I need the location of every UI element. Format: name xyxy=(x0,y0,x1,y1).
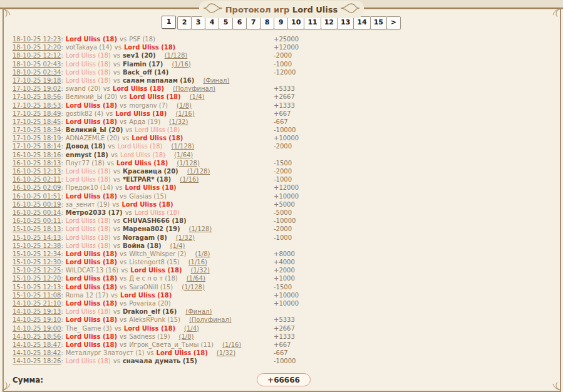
game-datetime-link[interactable]: 16-10-25 12:13 xyxy=(13,168,61,175)
game-datetime-link[interactable]: 17-10-25 18:53 xyxy=(13,102,61,109)
table-row: 18-10-25 02:43:Lord Uliss (18)vsFlamin (… xyxy=(13,60,551,68)
stage-link[interactable]: (1/64) xyxy=(187,275,205,282)
game-datetime-link[interactable]: 14-10-25 18:56 xyxy=(13,333,61,340)
game-datetime-link[interactable]: 15-10-25 12:20 xyxy=(13,275,61,282)
game-datetime-link[interactable]: 14-10-25 21:10 xyxy=(13,300,61,307)
pagination-page-15[interactable]: 15 xyxy=(370,16,387,29)
game-datetime-link[interactable]: 17-10-25 18:19 xyxy=(13,135,61,142)
stage-link[interactable]: (1/16) xyxy=(172,61,190,68)
game-datetime-link[interactable]: 16-10-25 18:16 xyxy=(13,152,61,158)
pagination-page-5[interactable]: 5 xyxy=(219,16,233,29)
stage-link[interactable]: (Финал) xyxy=(185,308,212,315)
game-datetime-link[interactable]: 18-10-25 02:43 xyxy=(13,61,61,68)
stage-link[interactable]: (1/4) xyxy=(184,325,199,332)
stage-link[interactable]: (1/4) xyxy=(170,242,185,249)
game-datetime-link[interactable]: 16-10-25 02:09 xyxy=(13,184,61,191)
game-datetime-link[interactable]: 14-10-25 18:26 xyxy=(13,358,61,364)
pagination-page-13[interactable]: 13 xyxy=(337,16,354,29)
stage-link[interactable]: (1/8) xyxy=(195,250,210,257)
player1-name: Lord Uliss (18) xyxy=(66,77,111,84)
pagination-page-3[interactable]: 3 xyxy=(191,16,205,29)
stage-link[interactable]: (1/32) xyxy=(217,349,235,356)
game-entry: 17-10-25 18:56:Великий_Ы (20)vsLord Ulis… xyxy=(13,93,274,101)
game-datetime-link[interactable]: 17-10-25 19:18 xyxy=(13,77,61,84)
game-datetime-link[interactable]: 17-10-25 19:02 xyxy=(13,85,61,92)
game-datetime-link[interactable]: 16-10-25 00:11 xyxy=(13,217,61,224)
game-datetime-link[interactable]: 15-10-25 12:30 xyxy=(13,259,61,266)
game-datetime-link[interactable]: 18-10-25 12:20 xyxy=(13,44,61,51)
game-datetime-link[interactable]: 15-10-25 12:13 xyxy=(13,284,61,291)
game-datetime-link[interactable]: 16-10-25 00:14 xyxy=(13,209,61,216)
stage-link[interactable]: (1/32) xyxy=(169,118,188,125)
game-datetime-link[interactable]: 17-10-25 18:34 xyxy=(13,126,61,133)
stage-link[interactable]: (1/16) xyxy=(189,259,207,266)
game-datetime-link[interactable]: 15-10-25 11:08 xyxy=(13,292,61,299)
pagination-page-14[interactable]: 14 xyxy=(353,16,370,29)
stage-link[interactable]: (1/32) xyxy=(176,234,195,241)
player2-name: Witch_Whisper (2) xyxy=(129,250,186,257)
sum-total-badge[interactable]: +66666 xyxy=(257,373,311,386)
stage-link[interactable]: (Полуфинал) xyxy=(189,316,232,323)
stage-link[interactable]: (1/64) xyxy=(174,152,193,158)
pagination-page-12[interactable]: 12 xyxy=(321,16,338,29)
vs-label: vs xyxy=(113,234,120,241)
title-ornament: Протокол игр Lord Uliss xyxy=(199,1,364,18)
stage-link[interactable]: (1/128) xyxy=(177,160,200,167)
stage-link[interactable]: (1/4) xyxy=(190,93,205,100)
game-datetime-link[interactable]: 18-10-25 12:23 xyxy=(13,36,61,43)
pagination-page-7[interactable]: 7 xyxy=(246,16,261,29)
colon-separator: : xyxy=(61,234,63,241)
stage-link[interactable]: (1/16) xyxy=(222,341,241,348)
colon-separator: : xyxy=(61,259,63,266)
stage-link[interactable]: (1/32) xyxy=(191,267,210,274)
game-datetime-link[interactable]: 16-10-25 00:19 xyxy=(13,201,61,208)
game-datetime-link[interactable]: 17-10-25 18:45 xyxy=(13,118,61,125)
pagination-page-2[interactable]: 2 xyxy=(177,16,192,29)
stage-link[interactable]: (1/128) xyxy=(189,225,212,232)
game-datetime-link[interactable]: 18-10-25 12:12 xyxy=(13,52,61,59)
stage-link[interactable]: (1/16) xyxy=(180,176,199,183)
game-result-value: +2667 xyxy=(274,93,295,101)
game-result-value: -5000 xyxy=(274,209,292,217)
pagination-page-10[interactable]: 10 xyxy=(287,16,304,29)
game-datetime-link[interactable]: 17-10-25 18:49 xyxy=(13,110,61,117)
pagination-page-6[interactable]: 6 xyxy=(232,16,247,29)
game-datetime-link[interactable]: 14-10-25 18:47 xyxy=(13,341,61,348)
player1-name: Lord Uliss (18) xyxy=(66,242,111,249)
player2-name: Noragam (8) xyxy=(123,234,167,241)
game-datetime-link[interactable]: 15-10-25 12:25 xyxy=(13,267,61,274)
stage-link[interactable]: (1/128) xyxy=(182,284,205,291)
colon-separator: : xyxy=(61,325,63,332)
game-datetime-link[interactable]: 18-10-25 02:34 xyxy=(13,69,61,76)
game-datetime-link[interactable]: 14-10-25 19:10 xyxy=(13,316,61,323)
stage-link[interactable]: (1/128) xyxy=(171,143,194,150)
game-datetime-link[interactable]: 16-10-25 01:51 xyxy=(13,193,61,200)
stage-link[interactable]: (1/16) xyxy=(175,110,194,117)
game-datetime-link[interactable]: 14-10-25 19:13 xyxy=(13,308,61,315)
pagination-next-button[interactable]: > xyxy=(386,16,401,29)
game-datetime-link[interactable]: 15-10-25 14:13 xyxy=(13,234,61,241)
stage-link[interactable]: (Финал) xyxy=(203,77,229,84)
stage-link[interactable]: (1/8) xyxy=(179,333,194,340)
pagination-page-11[interactable]: 11 xyxy=(304,16,321,29)
stage-link[interactable]: (1/128) xyxy=(187,168,210,175)
game-datetime-link[interactable]: 14-10-25 18:42 xyxy=(13,349,61,356)
game-datetime-link[interactable]: 15-10-25 12:38 xyxy=(13,242,61,249)
vs-label: vs xyxy=(113,217,120,224)
stage-link[interactable]: (1/128) xyxy=(165,52,188,59)
game-datetime-link[interactable]: 17-10-25 18:14 xyxy=(13,143,61,150)
pagination-page-9[interactable]: 9 xyxy=(274,16,288,29)
game-datetime-link[interactable]: 15-10-25 18:13 xyxy=(13,225,61,232)
game-datetime-link[interactable]: 15-10-25 12:34 xyxy=(13,250,61,257)
game-datetime-link[interactable]: 14-10-25 19:00 xyxy=(13,325,61,332)
pagination-page-4[interactable]: 4 xyxy=(205,16,219,29)
stage-link[interactable]: (Полуфинал) xyxy=(173,85,215,92)
game-entry: 14-10-25 18:47:Lord Uliss (18)vsИгрок_Св… xyxy=(13,341,274,349)
stage-link[interactable]: (1/8) xyxy=(177,102,192,109)
game-datetime-link[interactable]: 16-10-25 02:11 xyxy=(13,176,61,183)
game-datetime-link[interactable]: 17-10-25 18:56 xyxy=(13,93,61,100)
game-datetime-link[interactable]: 16-10-25 18:13 xyxy=(13,160,61,167)
game-entry: 16-10-25 12:13:Lord Uliss (18)vsКрасавиц… xyxy=(13,167,274,175)
pagination-page-8[interactable]: 8 xyxy=(260,16,274,29)
table-row: 15-10-25 12:13:Lord Uliss (18)vsSaraONil… xyxy=(13,283,551,291)
